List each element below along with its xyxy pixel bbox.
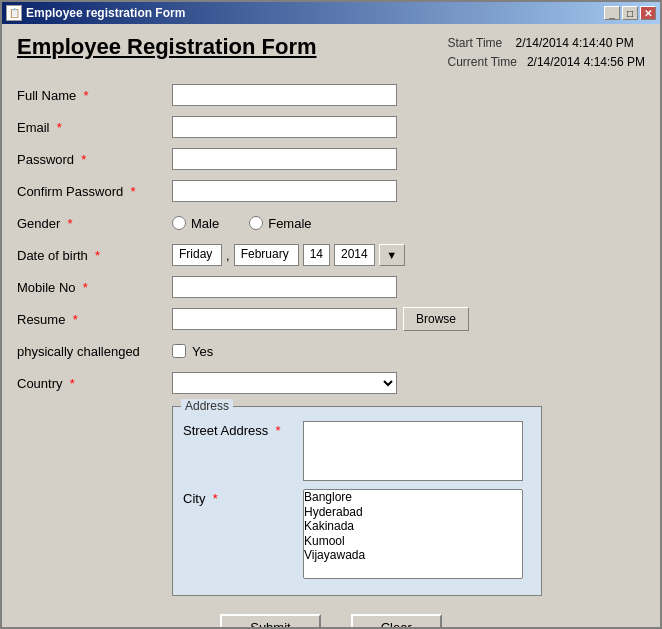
dob-year[interactable]: 2014: [334, 244, 375, 266]
mobile-label: Mobile No *: [17, 280, 172, 295]
close-button[interactable]: ✕: [640, 6, 656, 20]
calendar-button[interactable]: ▼: [379, 244, 405, 266]
email-required: *: [57, 120, 62, 135]
mobile-required: *: [83, 280, 88, 295]
phys-row: physically challenged Yes: [17, 338, 645, 364]
form-body: Full Name * Email * Password *: [17, 82, 645, 627]
start-time-value: 2/14/2014 4:14:40 PM: [516, 36, 634, 50]
submit-button[interactable]: Submit: [220, 614, 320, 627]
city-label: City *: [183, 489, 303, 506]
gender-required: *: [68, 216, 73, 231]
street-label: Street Address *: [183, 421, 303, 438]
country-row: Country *: [17, 370, 645, 396]
country-select[interactable]: [172, 372, 397, 394]
street-textarea[interactable]: [303, 421, 523, 481]
dob-sep1: ,: [226, 248, 230, 263]
start-time-row: Start Time 2/14/2014 4:14:40 PM: [448, 34, 645, 53]
dob-month[interactable]: February: [234, 244, 299, 266]
window-icon: 📋: [6, 5, 22, 21]
form-title-wrapper: Employee Registration Form: [17, 34, 317, 60]
buttons-row: Submit Clear: [17, 614, 645, 627]
full-name-required: *: [83, 88, 88, 103]
title-bar: 📋 Employee registration Form _ □ ✕: [2, 2, 660, 24]
gender-female-label: Female: [268, 216, 311, 231]
email-row: Email *: [17, 114, 645, 140]
gender-female-radio[interactable]: [249, 216, 263, 230]
street-row: Street Address *: [183, 421, 531, 481]
password-label: Password *: [17, 152, 172, 167]
full-name-row: Full Name *: [17, 82, 645, 108]
main-window: 📋 Employee registration Form _ □ ✕ Emplo…: [0, 0, 662, 629]
clear-button[interactable]: Clear: [351, 614, 442, 627]
mobile-row: Mobile No *: [17, 274, 645, 300]
time-info: Start Time 2/14/2014 4:14:40 PM Current …: [448, 34, 645, 72]
current-time-label: Current Time: [448, 55, 517, 69]
password-row: Password *: [17, 146, 645, 172]
gender-male-radio[interactable]: [172, 216, 186, 230]
dob-row: Date of birth * Friday , February 14 201…: [17, 242, 645, 268]
full-name-label: Full Name *: [17, 88, 172, 103]
password-required: *: [81, 152, 86, 167]
resume-label: Resume *: [17, 312, 172, 327]
phys-checkbox-row: Yes: [172, 344, 213, 359]
top-section: Employee Registration Form Start Time 2/…: [17, 34, 645, 72]
confirm-password-label: Confirm Password *: [17, 184, 172, 199]
browse-button[interactable]: Browse: [403, 307, 469, 331]
dob-label: Date of birth *: [17, 248, 172, 263]
form-content: Employee Registration Form Start Time 2/…: [2, 24, 660, 627]
date-picker: Friday , February 14 2014 ▼: [172, 244, 405, 266]
gender-male-option[interactable]: Male: [172, 216, 219, 231]
resume-row: Resume * Browse: [17, 306, 645, 332]
address-legend: Address: [181, 399, 233, 413]
mobile-input[interactable]: [172, 276, 397, 298]
address-group: Address Street Address * City *: [172, 406, 542, 596]
maximize-button[interactable]: □: [622, 6, 638, 20]
confirm-password-required: *: [130, 184, 135, 199]
dob-date[interactable]: 14: [303, 244, 330, 266]
minimize-button[interactable]: _: [604, 6, 620, 20]
start-time-label: Start Time: [448, 36, 503, 50]
gender-row: Gender * Male Female: [17, 210, 645, 236]
gender-label: Gender *: [17, 216, 172, 231]
city-required: *: [213, 491, 218, 506]
country-label: Country *: [17, 376, 172, 391]
current-time-value: 2/14/2014 4:14:56 PM: [527, 55, 645, 69]
city-row: City * BangloreHyderabadKakinadaKumoolVi…: [183, 489, 531, 579]
country-required: *: [70, 376, 75, 391]
gender-female-option[interactable]: Female: [249, 216, 311, 231]
phys-label: physically challenged: [17, 344, 172, 359]
resume-required: *: [73, 312, 78, 327]
gender-radio-group: Male Female: [172, 216, 312, 231]
resume-input[interactable]: [172, 308, 397, 330]
phys-yes-label: Yes: [192, 344, 213, 359]
password-input[interactable]: [172, 148, 397, 170]
window-title: Employee registration Form: [26, 6, 604, 20]
dob-day[interactable]: Friday: [172, 244, 222, 266]
window-controls: _ □ ✕: [604, 6, 656, 20]
confirm-password-row: Confirm Password *: [17, 178, 645, 204]
email-input[interactable]: [172, 116, 397, 138]
address-section: Address Street Address * City *: [17, 402, 645, 596]
email-label: Email *: [17, 120, 172, 135]
confirm-password-input[interactable]: [172, 180, 397, 202]
full-name-input[interactable]: [172, 84, 397, 106]
street-required: *: [276, 423, 281, 438]
form-title: Employee Registration Form: [17, 34, 317, 59]
city-listbox[interactable]: BangloreHyderabadKakinadaKumoolVijayawad…: [303, 489, 523, 579]
phys-checkbox[interactable]: [172, 344, 186, 358]
gender-male-label: Male: [191, 216, 219, 231]
current-time-row: Current Time 2/14/2014 4:14:56 PM: [448, 53, 645, 72]
dob-required: *: [95, 248, 100, 263]
